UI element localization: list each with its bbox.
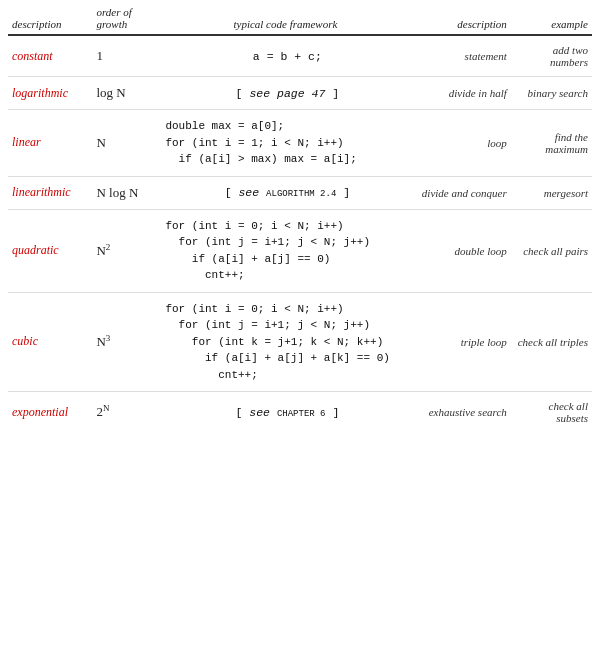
- row-code: a = b + c;: [157, 35, 413, 77]
- row-order: N3: [92, 292, 157, 392]
- table-row: quadraticN2for (int i = 0; i < N; i++) f…: [8, 209, 592, 292]
- table-row: cubicN3for (int i = 0; i < N; i++) for (…: [8, 292, 592, 392]
- header-description2: description: [413, 0, 510, 35]
- row-code: [ see ALGORITHM 2.4 ]: [157, 176, 413, 209]
- header-code: typical code framework: [157, 0, 413, 35]
- row-order: N: [92, 110, 157, 177]
- row-order: N log N: [92, 176, 157, 209]
- row-code: [ see CHAPTER 6 ]: [157, 392, 413, 433]
- main-table-container: description order of growth typical code…: [0, 0, 600, 432]
- row-code: for (int i = 0; i < N; i++) for (int j =…: [157, 292, 413, 392]
- row-desc2: statement: [413, 35, 510, 77]
- table-row: exponential2N[ see CHAPTER 6 ]exhaustive…: [8, 392, 592, 433]
- row-desc2: exhaustive search: [413, 392, 510, 433]
- complexity-table: description order of growth typical code…: [8, 0, 592, 432]
- row-name: constant: [8, 35, 92, 77]
- row-code: double max = a[0]; for (int i = 1; i < N…: [157, 110, 413, 177]
- row-desc2: divide and conquer: [413, 176, 510, 209]
- header-description: description: [8, 0, 92, 35]
- table-row: linearNdouble max = a[0]; for (int i = 1…: [8, 110, 592, 177]
- row-desc2: divide in half: [413, 77, 510, 110]
- row-name: linearithmic: [8, 176, 92, 209]
- row-example: find the maximum: [511, 110, 592, 177]
- row-name: exponential: [8, 392, 92, 433]
- header-example: example: [511, 0, 592, 35]
- row-name: quadratic: [8, 209, 92, 292]
- row-name: cubic: [8, 292, 92, 392]
- row-code: for (int i = 0; i < N; i++) for (int j =…: [157, 209, 413, 292]
- header-row: description order of growth typical code…: [8, 0, 592, 35]
- row-example: add two numbers: [511, 35, 592, 77]
- row-desc2: double loop: [413, 209, 510, 292]
- row-order: log N: [92, 77, 157, 110]
- table-row: constant1a = b + c;statementadd two numb…: [8, 35, 592, 77]
- row-example: check all subsets: [511, 392, 592, 433]
- row-name: linear: [8, 110, 92, 177]
- header-order: order of growth: [92, 0, 157, 35]
- row-example: mergesort: [511, 176, 592, 209]
- row-example: check all pairs: [511, 209, 592, 292]
- row-name: logarithmic: [8, 77, 92, 110]
- table-row: linearithmicN log N[ see ALGORITHM 2.4 ]…: [8, 176, 592, 209]
- row-order: N2: [92, 209, 157, 292]
- row-example: check all triples: [511, 292, 592, 392]
- row-example: binary search: [511, 77, 592, 110]
- row-code: [ see page 47 ]: [157, 77, 413, 110]
- row-desc2: triple loop: [413, 292, 510, 392]
- row-order: 1: [92, 35, 157, 77]
- row-order: 2N: [92, 392, 157, 433]
- table-row: logarithmiclog N[ see page 47 ]divide in…: [8, 77, 592, 110]
- row-desc2: loop: [413, 110, 510, 177]
